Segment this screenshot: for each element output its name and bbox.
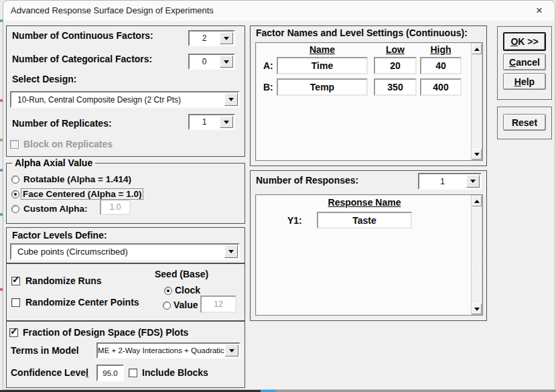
seed-clock-radio[interactable] [164,287,172,295]
ok-button[interactable]: OK >> [503,32,546,51]
column-header-low: Low [374,44,417,55]
face-centered-radio[interactable] [11,190,19,198]
include-blocks-checkbox[interactable] [129,369,137,377]
scroll-down-icon [474,153,480,156]
response-table-scrollbar[interactable] [471,195,482,315]
categorical-factors-label: Number of Categorical Factors: [12,54,152,64]
reset-button[interactable]: Reset [503,114,546,131]
dropdown-button[interactable] [220,32,233,44]
dropdown-arrow-icon [228,250,234,253]
scroll-down-button[interactable] [472,304,482,314]
dropdown-arrow-icon [228,98,234,101]
scroll-up-button[interactable] [472,196,482,206]
terms-in-model-label: Terms in Model [11,346,79,356]
dropdown-button[interactable] [224,93,238,106]
custom-alpha-radio[interactable] [11,205,19,213]
close-icon[interactable]: × [532,3,547,18]
factor-levels-value: Cube points (Circumscribed) [11,245,224,259]
alpha-axial-value-legend: Alpha Axial Value [12,157,95,168]
randomize-runs-checkbox[interactable]: ✓ [11,277,20,285]
help-button[interactable]: Help [503,73,546,90]
factor-high-input-a[interactable]: 40 [420,57,462,74]
seed-value-text: 12 [214,300,222,309]
replicates-value: 1 [190,115,219,129]
number-of-responses-label: Number of Responses: [256,176,358,186]
column-header-name: Name [277,44,368,55]
confidence-level-value: 95.0 [102,369,117,377]
dropdown-arrow-icon [224,60,229,64]
select-design-combobox[interactable]: 10-Run, Central Composite Design (2 Ctr … [10,91,240,108]
randomize-center-points-checkbox[interactable] [11,298,20,307]
dropdown-button[interactable] [225,344,238,356]
response-name-input-y1[interactable]: Taste [317,212,412,228]
factor-names-label: Factor Names and Level Settings (Continu… [256,28,468,38]
randomize-center-points-label[interactable]: Randomize Center Points [25,298,139,308]
factor-name-input-b[interactable]: Temp [277,78,368,96]
continuous-factors-value: 2 [190,31,219,45]
dropdown-button[interactable] [220,56,233,68]
cancel-button[interactable]: Cancel [503,54,546,70]
select-design-value: 10-Run, Central Composite Design (2 Ctr … [11,92,224,107]
factor-levels-label: Factor Levels Define: [12,231,107,241]
scroll-up-button[interactable] [472,44,482,54]
categorical-factors-value: 0 [190,55,219,68]
dropdown-arrow-icon [224,37,229,40]
custom-alpha-input[interactable]: 1.0 [100,199,131,215]
categorical-factors-combobox[interactable]: 0 [188,54,235,70]
dropdown-arrow-icon [224,121,229,124]
scroll-down-icon [474,308,480,311]
seed-value-label[interactable]: Value [173,300,198,310]
factor-low-input-b[interactable]: 350 [374,78,417,96]
seed-clock-label[interactable]: Clock [175,285,200,296]
terms-in-model-combobox[interactable]: ME + 2-Way Interactions + Quadratic [96,342,240,358]
dropdown-button[interactable] [466,175,480,188]
select-design-label: Select Design: [12,74,76,84]
dropdown-button[interactable] [224,245,238,258]
column-header-response-name: Response Name [317,197,412,208]
seed-base-label: Seed (Base) [155,269,208,279]
response-row-id: Y1: [287,216,302,226]
replicates-combobox[interactable]: 1 [188,114,235,130]
terms-in-model-value: ME + 2-Way Interactions + Quadratic [98,344,224,357]
seed-value-input[interactable]: 12 [200,296,236,313]
factor-row-id: B: [263,82,273,92]
confidence-level-label: Confidence Level [11,368,88,378]
factor-row-id: A: [263,61,273,71]
seed-value-radio[interactable] [163,302,171,310]
check-icon: ✓ [10,326,18,336]
rotatable-label[interactable]: Rotatable (Alpha = 1.414) [23,174,131,184]
face-centered-label[interactable]: Face Centered (Alpha = 1.0) [21,189,143,199]
scroll-up-icon [474,200,480,203]
factor-table-scrollbar[interactable] [471,43,482,160]
randomize-runs-label[interactable]: Randomize Runs [25,276,102,286]
block-on-replicates-checkbox[interactable] [10,140,19,149]
custom-alpha-label[interactable]: Custom Alpha: [23,204,88,214]
dialog-title: Advanced Response Surface Design of Expe… [11,5,214,15]
dropdown-arrow-icon [470,180,476,183]
number-of-responses-combobox[interactable]: 1 [418,173,482,190]
title-bar: Advanced Response Surface Design of Expe… [3,1,555,21]
include-blocks-label[interactable]: Include Blocks [142,368,208,378]
check-icon: ✓ [12,275,20,284]
continuous-factors-combobox[interactable]: 2 [188,30,235,46]
factor-high-input-b[interactable]: 400 [420,78,462,96]
dropdown-arrow-icon [229,349,234,352]
factor-low-input-a[interactable]: 20 [374,57,417,74]
block-on-replicates-label: Block on Replicates [23,139,113,149]
custom-alpha-value: 1.0 [110,202,121,212]
rotatable-radio[interactable] [11,176,19,184]
dropdown-button[interactable] [220,116,233,128]
column-header-high: High [419,44,463,55]
dialog-advanced-rsm-doe: Advanced Response Surface Design of Expe… [3,0,555,390]
fds-plots-checkbox[interactable]: ✓ [9,328,18,337]
number-of-responses-value: 1 [419,174,466,188]
factor-name-input-a[interactable]: Time [277,57,368,74]
replicates-label: Number of Replicates: [12,119,112,129]
scroll-up-icon [474,48,480,51]
fds-plots-label[interactable]: Fraction of Design Space (FDS) Plots [23,328,188,338]
confidence-level-input[interactable]: 95.0 [96,365,124,381]
scroll-down-button[interactable] [472,149,482,159]
continuous-factors-label: Number of Continuous Factors: [12,31,153,41]
factor-levels-combobox[interactable]: Cube points (Circumscribed) [10,243,240,260]
